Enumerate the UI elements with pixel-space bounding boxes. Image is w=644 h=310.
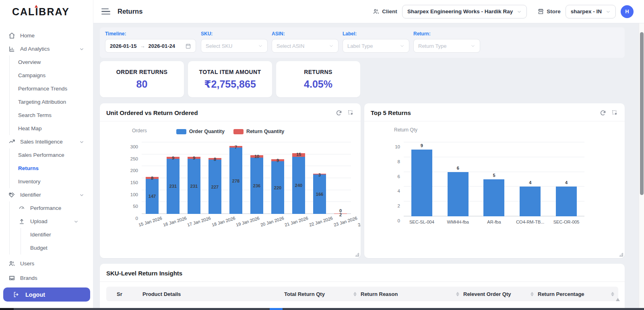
top5-bar-chart: Return Qty024681096544SEC-SL-004WMHH-fba…: [364, 121, 625, 224]
sidebar-item-returns[interactable]: Returns: [10, 162, 93, 175]
bar-column: 9231: [163, 142, 184, 214]
date-range-input[interactable]: 2026-01-15 → 2026-01-24: [105, 39, 196, 53]
column-header-sr: Sr: [106, 291, 142, 297]
asin-placeholder: Select ASIN: [277, 43, 304, 49]
refresh-icon[interactable]: [600, 110, 606, 116]
sidebar-nav: Home Ad Analytics Overview Campaigns Per…: [0, 23, 93, 285]
return-value-label: 8: [151, 176, 153, 181]
sidebar-item-label: Inventory: [18, 179, 41, 185]
sort-icon[interactable]: [611, 292, 614, 296]
client-select[interactable]: Sharpex Engineering Works - Hardik Ray: [402, 5, 527, 18]
sidebar-item-sales-performance[interactable]: Sales Performance: [10, 148, 93, 162]
bar-column: 9231: [184, 142, 204, 214]
bar-column: 02: [330, 142, 351, 214]
legend-item[interactable]: Return Quantity: [233, 129, 284, 134]
sidebar-item-upload-identifier[interactable]: Identifier: [21, 228, 93, 241]
user-avatar[interactable]: H: [621, 5, 634, 18]
x-tick-label: 17 Jan 2026: [187, 216, 211, 227]
resize-handle-icon[interactable]: [619, 253, 623, 257]
sidebar-item-campaigns[interactable]: Campaigns: [10, 69, 93, 82]
bar-chart-icon: [8, 45, 15, 53]
label-label: Label:: [343, 31, 409, 37]
store-label-text: Store: [547, 8, 561, 14]
sidebar-item-users[interactable]: Users: [0, 257, 93, 270]
sidebar-item-overview[interactable]: Overview: [10, 55, 93, 69]
upload-icon: [18, 218, 25, 225]
x-tick-label: WMHH-fba: [440, 220, 476, 224]
sidebar-item-performance-trends[interactable]: Performance Trends: [10, 82, 93, 95]
bar-column: 9: [404, 142, 440, 216]
sort-icon[interactable]: [530, 292, 534, 296]
trending-up-icon: [8, 138, 15, 146]
sidebar-item-upload[interactable]: Upload: [10, 215, 93, 228]
x-axis-labels: SEC-SL-004WMHH-fbaAR-fbaCO4-RM-TB...SEC-…: [404, 220, 584, 224]
scroll-top-icon[interactable]: [616, 298, 620, 301]
legend-item[interactable]: Order Quantity: [176, 129, 225, 134]
order-bar-segment: 278: [229, 148, 242, 214]
x-tick-label: 18 Jan 2026: [211, 216, 235, 227]
sidebar-item-heat-map[interactable]: Heat Map: [10, 122, 93, 135]
logout-icon: [13, 291, 20, 298]
x-tick-label: SEC-OR-005: [548, 220, 584, 224]
refresh-icon[interactable]: [336, 110, 342, 116]
resize-handle-icon[interactable]: [355, 253, 359, 257]
capture-icon[interactable]: [612, 110, 618, 116]
asin-filter: ASIN: Select ASIN: [272, 31, 339, 53]
vertical-scrollbar[interactable]: [639, 23, 644, 308]
return-select[interactable]: Return Type: [413, 39, 480, 53]
bar-column: 7278: [225, 142, 246, 214]
sidebar-item-label: Performance: [30, 205, 61, 211]
x-tick-label: 21 Jan 2026: [284, 216, 309, 227]
brand-logo[interactable]: CALIBRAY: [0, 0, 93, 23]
bar-value-label: 5: [493, 173, 495, 178]
label-select[interactable]: Label Type: [343, 39, 409, 53]
x-tick-label: 23 Jan 2026: [333, 216, 357, 227]
sidebar-item-search-terms[interactable]: Search Terms: [10, 109, 93, 122]
y-tick-label: 50: [133, 204, 138, 209]
bar-column: 15240: [288, 142, 309, 214]
return-value-label: 9: [193, 156, 195, 160]
bar-column: 4: [548, 142, 584, 216]
sidebar-item-identifier[interactable]: Identifier: [0, 188, 93, 201]
date-to[interactable]: 2026-01-24: [149, 43, 175, 49]
date-arrow: →: [140, 43, 145, 49]
store-select[interactable]: sharpex - IN: [566, 5, 616, 18]
users-icon: [8, 260, 15, 267]
sidebar-item-targeting-attribution[interactable]: Targeting Attribution: [10, 95, 93, 109]
horizontal-scroll-indicator[interactable]: [270, 308, 283, 310]
sidebar-item-ad-analytics[interactable]: Ad Analytics: [0, 42, 93, 55]
brand-logo-accent-icon: [35, 5, 38, 8]
menu-toggle-icon[interactable]: [100, 7, 112, 16]
logout-button[interactable]: Logout: [3, 287, 90, 302]
asin-select[interactable]: Select ASIN: [272, 39, 339, 53]
sidebar-item-inventory[interactable]: Inventory: [10, 175, 93, 188]
sidebar-item-label: Sales Performance: [18, 152, 64, 158]
x-tick-label: 24 Jan 2026: [357, 216, 361, 227]
sort-icon[interactable]: [353, 292, 357, 296]
sidebar-item-label: Campaigns: [18, 72, 45, 78]
sort-icon[interactable]: [456, 292, 459, 296]
column-header-return-reason[interactable]: Return Reason: [361, 291, 463, 297]
sidebar-item-home[interactable]: Home: [0, 29, 93, 42]
sku-select[interactable]: Select SKU: [201, 39, 268, 53]
column-header-relevent-order-qty[interactable]: Relevent Order Qty: [463, 291, 538, 297]
sidebar-item-sales-intelligence[interactable]: Sales Intelligence: [0, 135, 93, 148]
chevron-down-icon: [258, 43, 263, 48]
store-icon: [537, 8, 544, 15]
sidebar-item-upload-budget[interactable]: Budget: [21, 241, 93, 255]
sidebar-item-identifier-performance[interactable]: Performance: [10, 201, 93, 215]
date-from[interactable]: 2026-01-15: [110, 43, 137, 49]
y-tick-label: 100: [130, 192, 138, 197]
store-label: Store: [537, 8, 561, 15]
order-bar-segment: 231: [188, 159, 200, 214]
return-value-label: 7: [235, 145, 237, 150]
sidebar-item-brands[interactable]: Brands: [0, 271, 93, 285]
column-header-return-percentage[interactable]: Return Percentage: [538, 291, 618, 297]
y-axis-label: Orders: [132, 128, 147, 133]
column-header-total-return-qty[interactable]: Total Return Qty: [284, 291, 361, 297]
unit-vs-return-chart-card: Unit Ordered vs Return Ordered Order Qua…: [100, 103, 361, 258]
x-tick-label: AR-fba: [476, 220, 512, 224]
sidebar-item-label: Ad Analytics: [20, 46, 50, 52]
scrollbar-thumb[interactable]: [640, 32, 644, 195]
capture-icon[interactable]: [348, 110, 354, 116]
